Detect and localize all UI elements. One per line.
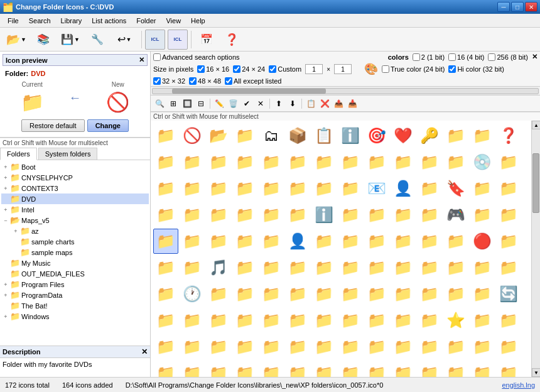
cb-all[interactable]: [225, 77, 232, 85]
color-scroll-thumb[interactable]: [172, 89, 327, 94]
icon-cell[interactable]: 📁: [259, 334, 284, 359]
maximize-button[interactable]: □: [511, 2, 524, 12]
icon-cell[interactable]: 📁: [338, 229, 363, 254]
icon-cell[interactable]: 📁: [338, 334, 363, 359]
icon-cell[interactable]: 📁: [417, 361, 442, 377]
icon-cell[interactable]: 📁: [470, 255, 495, 280]
cb-24x24-label[interactable]: 24 × 24: [233, 65, 265, 73]
icon-cell[interactable]: 📁: [153, 229, 178, 254]
icon-cell[interactable]: 📁: [338, 281, 363, 307]
icon-cell[interactable]: 📁: [391, 334, 416, 359]
icon-cell[interactable]: 📁: [153, 334, 178, 359]
icon-cell[interactable]: 📁: [180, 334, 205, 359]
cb-48x48-label[interactable]: 48 × 48: [189, 77, 221, 85]
gt-down-btn[interactable]: ⬇: [286, 97, 299, 110]
icon-cell[interactable]: 📁: [391, 229, 416, 254]
menu-help[interactable]: Help: [186, 16, 210, 26]
icon-cell[interactable]: 📁: [391, 361, 416, 377]
icon-cell[interactable]: 📁: [153, 123, 178, 148]
icon-cell[interactable]: 📁: [232, 281, 257, 307]
icon-cell[interactable]: 📁: [496, 255, 521, 280]
icon-cell[interactable]: 📁: [232, 334, 257, 359]
icon-cell[interactable]: 📁: [311, 334, 337, 359]
cb-hi-label[interactable]: Hi color (32 bit): [448, 65, 504, 73]
icon-cell[interactable]: 📁: [391, 308, 416, 333]
description-content[interactable]: Folder with my favorite DVDs: [0, 358, 150, 377]
gt-grid-btn[interactable]: ⊟: [195, 97, 207, 110]
cb-hi[interactable]: [448, 65, 456, 73]
menu-file[interactable]: File: [3, 16, 24, 26]
icon-cell[interactable]: 📁: [364, 281, 389, 307]
icon-cell[interactable]: 📁: [153, 176, 178, 201]
icon-cell[interactable]: 📁: [206, 281, 231, 307]
icon-cell[interactable]: 📁: [391, 150, 416, 175]
icon-cell[interactable]: 📁: [232, 229, 257, 254]
icon-cell[interactable]: 📁: [180, 361, 205, 377]
gt-copy-btn[interactable]: 📋: [305, 97, 317, 110]
menu-folder[interactable]: Folder: [131, 16, 161, 26]
gt-edit-btn[interactable]: ✏️: [213, 97, 225, 110]
icon-cell[interactable]: 📁: [153, 281, 178, 307]
icon-cell[interactable]: 📁: [364, 202, 389, 227]
icon-cell[interactable]: 📁: [232, 150, 257, 175]
icon-cell[interactable]: ⭐: [443, 308, 468, 333]
icon-cell[interactable]: 📁: [338, 176, 363, 201]
icon-grid[interactable]: 📁🚫📂📁🗂📦📋ℹ️🎯❤️🔑📁📁❓📁📁📁📁📁📁📁📁📁📁📁📁💿📁📁📁📁📁📁📁📁📁📧👤…: [151, 121, 531, 377]
save-btn[interactable]: 💾 ▼: [57, 30, 84, 50]
tree-item-dvd[interactable]: 📁 DVD: [1, 193, 149, 204]
custom-width-input[interactable]: [305, 64, 323, 74]
icon-cell[interactable]: 📁: [232, 176, 257, 201]
icon-cell[interactable]: 📂: [206, 123, 231, 148]
icon-cell[interactable]: 📁: [206, 334, 231, 359]
icon-cell[interactable]: 🔴: [470, 229, 495, 254]
icon-cell[interactable]: 📁: [285, 308, 310, 333]
icon-cell[interactable]: 🗂: [259, 123, 284, 148]
cb-32x32[interactable]: [153, 77, 161, 85]
icon-cell[interactable]: 📁: [206, 229, 231, 254]
apply-all-btn[interactable]: 🔧: [85, 30, 109, 50]
icon-preview-close[interactable]: ✕: [139, 56, 144, 64]
icon-cell[interactable]: 🎮: [443, 202, 468, 227]
tree-item-cnysel[interactable]: + 📁 CNYSELPHYCP: [1, 172, 149, 183]
icon-cell[interactable]: 📁: [180, 202, 205, 227]
change-button[interactable]: Change: [87, 119, 129, 132]
icon-cell[interactable]: 📧: [364, 176, 389, 201]
icl-btn-1[interactable]: ICL: [145, 30, 165, 50]
icon-cell[interactable]: 📁: [232, 202, 257, 227]
icon-cell[interactable]: 📁: [311, 229, 337, 254]
icon-cell[interactable]: 📁: [470, 281, 495, 307]
icon-cell[interactable]: 📁: [232, 361, 257, 377]
cb-custom[interactable]: [269, 65, 276, 73]
icon-cell[interactable]: ℹ️: [311, 202, 337, 227]
tree-item-programdata[interactable]: + 📁 ProgramData: [1, 290, 149, 300]
advanced-search-label[interactable]: Advanced search options: [153, 53, 240, 61]
icon-cell[interactable]: 🔖: [443, 176, 468, 201]
icon-cell[interactable]: 📁: [443, 334, 468, 359]
icon-cell[interactable]: 🚫: [180, 123, 205, 148]
icon-cell[interactable]: 📁: [206, 308, 231, 333]
icon-cell[interactable]: 📁: [443, 123, 468, 148]
icon-cell[interactable]: 🔄: [496, 281, 521, 307]
icon-cell[interactable]: 📁: [180, 308, 205, 333]
close-search-btn[interactable]: ✕: [532, 53, 537, 61]
icon-cell[interactable]: 📁: [206, 202, 231, 227]
icon-cell[interactable]: ❓: [496, 123, 521, 148]
icon-cell[interactable]: 📁: [496, 361, 521, 377]
icon-cell[interactable]: 📁: [364, 229, 389, 254]
tree-item-maps[interactable]: − 📂 Maps_v5: [1, 215, 149, 226]
tree-item-boot[interactable]: + 📁 Boot: [1, 161, 149, 172]
icon-cell[interactable]: 📁: [417, 281, 442, 307]
icon-cell[interactable]: 📁: [496, 176, 521, 201]
library-btn[interactable]: 📚: [31, 30, 55, 50]
icon-cell[interactable]: 📁: [180, 176, 205, 201]
icon-cell[interactable]: 🕐: [180, 281, 205, 307]
icon-cell[interactable]: 📁: [311, 255, 337, 280]
gt-export-btn[interactable]: 📤: [332, 97, 345, 110]
grid-scrollbar[interactable]: ▲ ▼: [531, 121, 540, 377]
cb-48x48[interactable]: [189, 77, 197, 85]
icon-cell[interactable]: 📁: [180, 229, 205, 254]
icon-cell[interactable]: 📁: [259, 308, 284, 333]
icon-cell[interactable]: ℹ️: [338, 123, 363, 148]
gt-list-btn[interactable]: ⊞: [167, 97, 180, 110]
tree-item-context3[interactable]: + 📁 CONTEXT3: [1, 183, 149, 193]
